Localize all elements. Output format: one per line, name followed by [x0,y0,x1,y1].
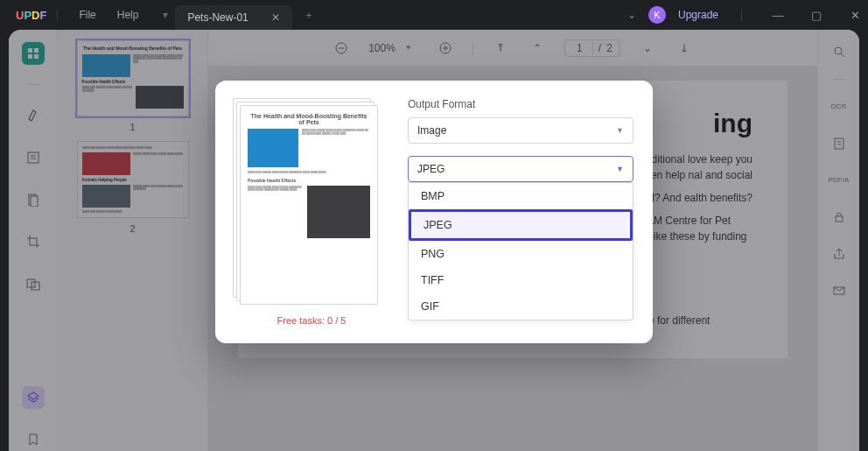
user-avatar[interactable]: K [648,6,666,24]
app-body: The Health and Mood-Boosting Benefits of… [9,30,859,451]
window-close[interactable]: ✕ [842,9,868,22]
menu-help[interactable]: Help [117,9,139,21]
image-format-dropdown: BMP JPEG PNG TIFF GIF [408,182,634,321]
tab-title: Pets-New-01 [187,11,248,24]
chevron-down-icon: ▼ [616,165,624,173]
image-format-value: JPEG [417,163,444,175]
titlebar: UPDF File Help ▾ Pets-New-01 ✕ ＋ ⌄ K Upg… [0,0,868,30]
modal-form-column: Output Format Image ▼ JPEG ▼ BMP JPEG PN… [408,98,634,326]
app-logo: UPDF [16,9,46,22]
chevron-down-icon: ▼ [616,126,624,135]
document-tab[interactable]: Pets-New-01 ✕ [175,5,291,30]
output-format-select[interactable]: Image ▼ [408,117,634,144]
menu-file[interactable]: File [79,9,95,21]
option-jpeg[interactable]: JPEG [409,209,633,241]
chevron-down-icon[interactable]: ⌄ [627,9,636,21]
window-minimize[interactable]: — [765,9,791,22]
modal-overlay: The Health and Mood-Boosting Benefits of… [9,30,859,451]
output-format-value: Image [417,124,446,137]
window-maximize[interactable]: ▢ [803,9,830,22]
upgrade-link[interactable]: Upgrade [678,9,718,21]
preview-page-stack: The Health and Mood-Boosting Benefits of… [233,98,380,307]
image-format-select[interactable]: JPEG ▼ [408,156,634,182]
tab-list-dropdown[interactable]: ▾ [156,9,175,21]
modal-preview-column: The Health and Mood-Boosting Benefits of… [233,98,390,326]
preview-subtitle: Possible Health Effects [248,178,370,183]
new-tab-button[interactable]: ＋ [299,8,318,23]
output-format-label: Output Format [408,98,634,110]
option-gif[interactable]: GIF [409,293,633,320]
preview-title: The Health and Mood-Boosting Benefits of… [248,113,370,125]
free-tasks-label: Free tasks: 0 / 5 [233,315,390,326]
export-modal: The Health and Mood-Boosting Benefits of… [215,81,653,343]
option-png[interactable]: PNG [409,241,633,267]
option-bmp[interactable]: BMP [409,183,633,209]
option-tiff[interactable]: TIFF [409,267,633,293]
tab-close-icon[interactable]: ✕ [271,11,280,24]
